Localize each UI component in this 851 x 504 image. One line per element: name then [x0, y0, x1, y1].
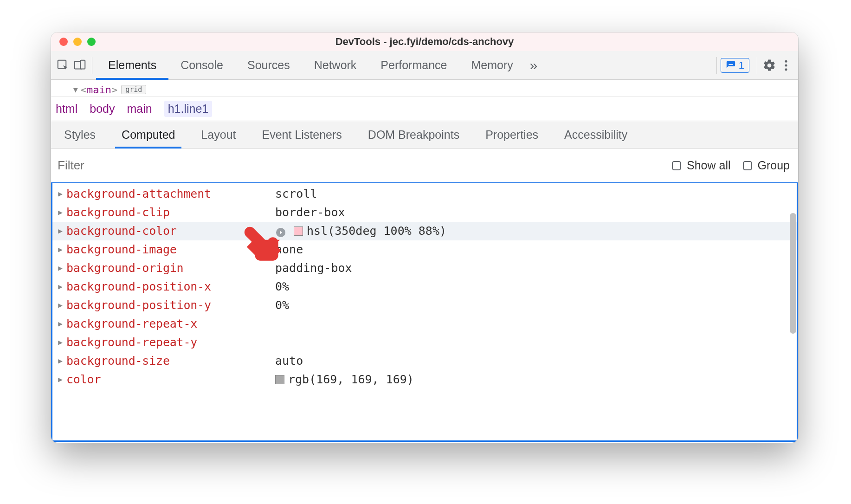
expand-triangle-icon[interactable]: ▶	[57, 278, 64, 296]
property-name: background-color	[66, 222, 275, 240]
computed-properties-panel: ▶background-attachmentscroll▶background-…	[51, 183, 798, 442]
property-value: hsl(350deg 100% 88%)	[275, 222, 446, 240]
computed-property-row[interactable]: ▶background-attachmentscroll	[52, 185, 797, 203]
dom-tree-row[interactable]: ▼ <main> grid	[51, 83, 798, 97]
property-name: background-repeat-x	[66, 315, 275, 333]
breadcrumb-item[interactable]: html	[56, 102, 77, 116]
property-name: background-image	[66, 240, 275, 259]
breadcrumb-item[interactable]: body	[90, 102, 115, 116]
svg-rect-2	[80, 60, 85, 69]
computed-property-row[interactable]: ▶background-imagenone	[52, 240, 797, 259]
issues-button[interactable]: 1	[721, 58, 749, 73]
computed-property-row[interactable]: ▶background-position-x0%	[52, 278, 797, 296]
property-name: background-position-y	[66, 296, 275, 315]
expand-triangle-icon[interactable]: ▶	[57, 352, 64, 370]
traffic-lights	[51, 38, 96, 46]
device-toolbar-icon[interactable]	[71, 57, 88, 74]
computed-property-row[interactable]: ▶background-sizeauto	[52, 352, 797, 370]
show-all-checkbox[interactable]: Show all	[671, 159, 731, 172]
expand-caret-icon[interactable]: ▼	[73, 85, 78, 94]
computed-property-row[interactable]: ▶background-repeat-y	[52, 333, 797, 352]
inspect-element-icon[interactable]	[55, 57, 71, 74]
svg-point-4	[785, 64, 787, 66]
breadcrumb: htmlbodymainh1.line1	[51, 97, 798, 121]
main-toolbar: ElementsConsoleSourcesNetworkPerformance…	[51, 51, 798, 80]
expand-triangle-icon[interactable]: ▶	[57, 315, 64, 333]
color-swatch-icon[interactable]	[294, 226, 303, 236]
property-value: scroll	[275, 185, 317, 203]
minimize-icon[interactable]	[73, 38, 82, 46]
svg-point-3	[785, 60, 787, 62]
property-value: none	[275, 240, 303, 259]
subtab-dom-breakpoints[interactable]: DOM Breakpoints	[355, 121, 472, 149]
separator	[757, 57, 757, 74]
expand-triangle-icon[interactable]: ▶	[57, 222, 64, 240]
property-name: background-clip	[66, 203, 275, 222]
breadcrumb-item[interactable]: h1.line1	[164, 101, 213, 117]
computed-property-row[interactable]: ▶colorrgb(169, 169, 169)	[52, 370, 797, 389]
expand-triangle-icon[interactable]: ▶	[57, 185, 64, 203]
filter-input[interactable]	[58, 158, 660, 173]
filter-row: Show all Group	[51, 149, 798, 183]
more-panels-icon[interactable]: »	[525, 57, 542, 74]
issues-count: 1	[739, 59, 744, 71]
settings-icon[interactable]	[761, 57, 778, 74]
subtab-properties[interactable]: Properties	[472, 121, 551, 149]
kebab-menu-icon[interactable]	[778, 57, 794, 74]
computed-property-row[interactable]: ▶background-clipborder-box	[52, 203, 797, 222]
tab-elements[interactable]: Elements	[96, 51, 168, 80]
property-name: background-repeat-y	[66, 333, 275, 352]
color-swatch-icon[interactable]	[275, 375, 284, 384]
scrollbar-thumb[interactable]	[790, 213, 796, 334]
subtab-computed[interactable]: Computed	[109, 121, 188, 149]
tab-performance[interactable]: Performance	[368, 51, 459, 80]
tab-console[interactable]: Console	[168, 51, 235, 80]
tab-network[interactable]: Network	[302, 51, 369, 80]
goto-source-icon[interactable]	[275, 225, 287, 237]
property-name: color	[66, 370, 275, 389]
group-checkbox[interactable]: Group	[742, 159, 790, 172]
expand-triangle-icon[interactable]: ▶	[57, 296, 64, 315]
styles-sidebar-tabs: StylesComputedLayoutEvent ListenersDOM B…	[51, 121, 798, 149]
svg-rect-6	[672, 162, 681, 170]
separator	[716, 57, 717, 74]
svg-rect-7	[743, 162, 752, 170]
computed-property-row[interactable]: ▶background-originpadding-box	[52, 259, 797, 278]
separator	[92, 57, 92, 74]
computed-property-row[interactable]: ▶background-position-y0%	[52, 296, 797, 315]
computed-property-row[interactable]: ▶background-repeat-x	[52, 315, 797, 333]
subtab-styles[interactable]: Styles	[51, 121, 109, 149]
subtab-accessibility[interactable]: Accessibility	[551, 121, 640, 149]
property-value: rgb(169, 169, 169)	[275, 370, 414, 389]
devtools-window: DevTools - jec.fyi/demo/cds-anchovy Elem…	[51, 32, 798, 443]
expand-triangle-icon[interactable]: ▶	[57, 259, 64, 278]
zoom-icon[interactable]	[87, 38, 96, 46]
titlebar: DevTools - jec.fyi/demo/cds-anchovy	[51, 32, 798, 51]
close-icon[interactable]	[59, 38, 68, 46]
computed-property-row[interactable]: ▶background-colorhsl(350deg 100% 88%)	[52, 222, 797, 240]
tab-memory[interactable]: Memory	[459, 51, 525, 80]
property-name: background-size	[66, 352, 275, 370]
expand-triangle-icon[interactable]: ▶	[57, 333, 64, 352]
expand-triangle-icon[interactable]: ▶	[57, 240, 64, 259]
property-name: background-origin	[66, 259, 275, 278]
property-name: background-attachment	[66, 185, 275, 203]
dom-tag: main	[87, 84, 111, 96]
property-value: 0%	[275, 278, 289, 296]
property-value: 0%	[275, 296, 289, 315]
expand-triangle-icon[interactable]: ▶	[57, 370, 64, 389]
property-value: auto	[275, 352, 303, 370]
tab-sources[interactable]: Sources	[235, 51, 302, 80]
expand-triangle-icon[interactable]: ▶	[57, 203, 64, 222]
subtab-layout[interactable]: Layout	[188, 121, 249, 149]
svg-point-5	[785, 68, 787, 71]
property-value: padding-box	[275, 259, 352, 278]
window-title: DevTools - jec.fyi/demo/cds-anchovy	[51, 36, 798, 48]
breadcrumb-item[interactable]: main	[127, 102, 152, 116]
property-value: border-box	[275, 203, 345, 222]
property-name: background-position-x	[66, 278, 275, 296]
subtab-event-listeners[interactable]: Event Listeners	[249, 121, 355, 149]
grid-badge[interactable]: grid	[121, 85, 146, 94]
